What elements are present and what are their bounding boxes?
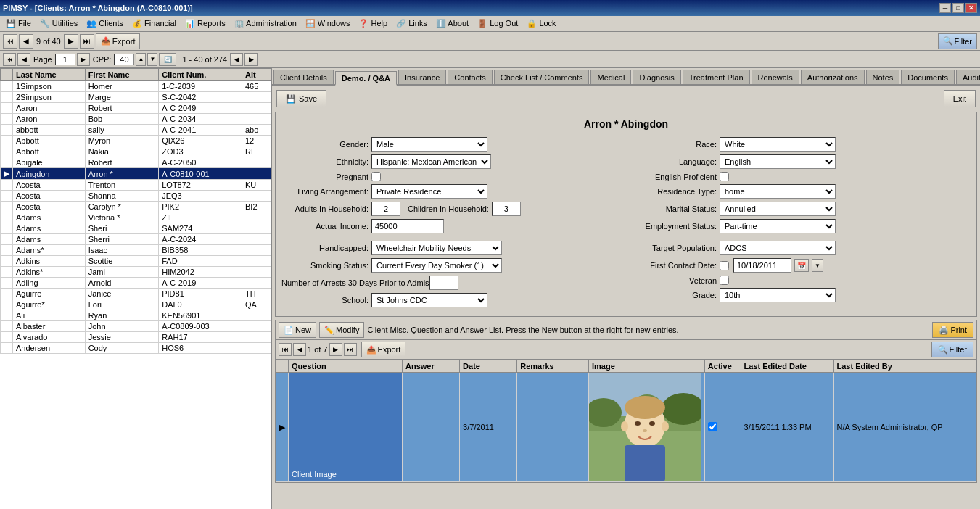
qa-export-button[interactable]: 📤 Export: [361, 342, 406, 357]
marital-status-select[interactable]: Annulled: [720, 202, 836, 216]
page-input[interactable]: [55, 54, 75, 65]
tab-checklist-comments[interactable]: Check List / Comments: [494, 70, 590, 84]
gender-select[interactable]: Male Female Other: [371, 137, 487, 152]
client-row[interactable]: Abbott Nakia ZOD3 RL: [1, 146, 271, 157]
tab-contacts[interactable]: Contacts: [448, 70, 492, 84]
employment-status-select[interactable]: Part-time: [720, 219, 836, 233]
tab-medical[interactable]: Medical: [590, 70, 631, 84]
client-row[interactable]: Acosta Trenton LOT872 KU: [1, 180, 271, 191]
tab-renewals[interactable]: Renewals: [752, 70, 799, 84]
export-button[interactable]: 📤 Export: [96, 33, 141, 49]
menu-windows[interactable]: 🪟 Windows: [301, 17, 355, 30]
qa-modify-button[interactable]: ✏️ Modify: [319, 322, 364, 338]
client-row[interactable]: Abbott Myron QIX26 12: [1, 136, 271, 146]
qa-last-btn[interactable]: ⏭: [344, 343, 357, 356]
tab-notes[interactable]: Notes: [866, 70, 900, 84]
children-household-input[interactable]: [492, 202, 521, 216]
client-row[interactable]: Aaron Robert A-C-2049: [1, 103, 271, 114]
cpp-up-btn[interactable]: ▲: [136, 53, 146, 66]
residence-type-select[interactable]: home: [720, 184, 836, 199]
tab-client-details[interactable]: Client Details: [273, 70, 334, 84]
minimize-button[interactable]: ─: [939, 3, 951, 13]
menu-help[interactable]: ❓ Help: [354, 17, 392, 30]
client-row[interactable]: Adkins Scottie FAD: [1, 256, 271, 267]
menu-about[interactable]: ℹ️ About: [432, 17, 473, 30]
client-row[interactable]: Adkins* Jami HIM2042: [1, 267, 271, 278]
qa-row[interactable]: ▶ Client Image 3/7/2011: [276, 373, 976, 482]
cpp-down-btn[interactable]: ▼: [147, 53, 157, 66]
race-select[interactable]: White: [720, 137, 836, 152]
client-row[interactable]: Aaron Bob A-C-2034: [1, 114, 271, 125]
client-row[interactable]: Ali Ryan KEN56901: [1, 310, 271, 321]
first-record-button[interactable]: ⏮: [3, 34, 17, 49]
last-record-button[interactable]: ⏭: [80, 34, 94, 49]
filter-button[interactable]: 🔍 Filter: [938, 33, 977, 49]
list-first-btn[interactable]: ⏮: [3, 53, 16, 66]
adults-household-input[interactable]: [371, 202, 400, 216]
arrests-input[interactable]: [429, 276, 458, 290]
tab-audits[interactable]: Audits: [956, 70, 980, 84]
menu-links[interactable]: 🔗 Links: [392, 17, 432, 30]
tab-treatment-plan[interactable]: Treatment Plan: [683, 70, 750, 84]
client-row[interactable]: Adams Victoria * ZIL: [1, 212, 271, 223]
tab-demo-qa[interactable]: Demo. / Q&A: [335, 71, 397, 86]
living-arrangement-select[interactable]: Private Residence: [371, 184, 487, 199]
tab-diagnosis[interactable]: Diagnosis: [633, 70, 680, 84]
handicapped-select[interactable]: Wheelchair Mobility Needs: [371, 241, 502, 255]
qa-new-button[interactable]: 📄 New: [279, 322, 316, 338]
cpp-input[interactable]: [114, 54, 134, 65]
client-row[interactable]: Aguirre* Lori DAL0 QA: [1, 299, 271, 310]
client-row[interactable]: Andersen Cody HOS6: [1, 343, 271, 354]
client-row[interactable]: Adams* Isaac BIB358: [1, 245, 271, 256]
qa-next-btn[interactable]: ▶: [329, 343, 342, 356]
tab-authorizations[interactable]: Authorizations: [801, 70, 865, 84]
pregnant-checkbox[interactable]: [371, 172, 381, 181]
target-population-select[interactable]: ADCS: [720, 241, 836, 255]
qa-filter-button[interactable]: 🔍 Filter: [931, 342, 973, 357]
menu-administration[interactable]: 🏢 Administration: [230, 17, 301, 30]
list-prev-btn[interactable]: ◀: [17, 53, 30, 66]
refresh-btn[interactable]: 🔄: [159, 53, 176, 66]
menu-lock[interactable]: 🔒 Lock: [522, 17, 560, 30]
list-next-btn[interactable]: ▶: [77, 53, 90, 66]
client-row[interactable]: ▶ Abingdon Arron * A-C0810-001: [1, 168, 271, 180]
qa-active-checkbox[interactable]: [708, 422, 717, 431]
qa-print-button[interactable]: 🖨️ Print: [932, 322, 973, 338]
next-record-button[interactable]: ▶: [64, 34, 78, 49]
client-row[interactable]: Aguirre Janice PID81 TH: [1, 289, 271, 299]
tab-insurance[interactable]: Insurance: [398, 70, 446, 84]
range-next-btn[interactable]: ▶: [244, 53, 258, 66]
client-row[interactable]: Albaster John A-C0809-003: [1, 321, 271, 332]
client-row[interactable]: Adling Arnold A-C-2019: [1, 278, 271, 289]
menu-reports[interactable]: 📊 Reports: [181, 17, 230, 30]
menu-file[interactable]: 💾 File: [1, 17, 36, 30]
range-prev-btn[interactable]: ◀: [230, 53, 243, 66]
first-contact-nav[interactable]: ▼: [812, 259, 823, 272]
menu-utilities[interactable]: 🔧 Utilities: [36, 17, 83, 30]
close-button[interactable]: ✕: [965, 3, 977, 13]
grade-select[interactable]: 10th: [720, 288, 836, 302]
exit-button[interactable]: Exit: [944, 90, 976, 107]
save-button[interactable]: 💾 Save: [276, 90, 326, 107]
client-row[interactable]: Abigale Robert A-C-2050: [1, 157, 271, 168]
client-row[interactable]: abbott sally A-C-2041 abo: [1, 125, 271, 136]
client-row[interactable]: Adams Sheri SAM274: [1, 223, 271, 234]
client-row[interactable]: Acosta Shanna JEQ3: [1, 191, 271, 202]
client-row[interactable]: Adams Sherri A-C-2024: [1, 234, 271, 245]
language-select[interactable]: English: [720, 154, 836, 169]
income-input[interactable]: [371, 219, 444, 233]
prev-record-button[interactable]: ◀: [19, 34, 33, 49]
first-contact-input[interactable]: [733, 258, 791, 273]
client-row[interactable]: 1Simpson Homer 1-C-2039 465: [1, 81, 271, 92]
menu-logout[interactable]: 🚪 Log Out: [473, 17, 522, 30]
maximize-button[interactable]: □: [952, 3, 964, 13]
tab-documents[interactable]: Documents: [901, 70, 955, 84]
client-row[interactable]: 2Simpson Marge S-C-2042: [1, 92, 271, 103]
school-select[interactable]: St Johns CDC: [371, 293, 487, 307]
english-proficient-checkbox[interactable]: [720, 172, 729, 181]
calendar-btn[interactable]: 📅: [794, 259, 809, 272]
ethnicity-select[interactable]: Hispanic: Mexican American: [371, 154, 491, 169]
menu-clients[interactable]: 👥 Clients: [82, 17, 128, 30]
client-row[interactable]: Alvarado Jessie RAH17: [1, 332, 271, 343]
veteran-checkbox[interactable]: [720, 276, 729, 285]
